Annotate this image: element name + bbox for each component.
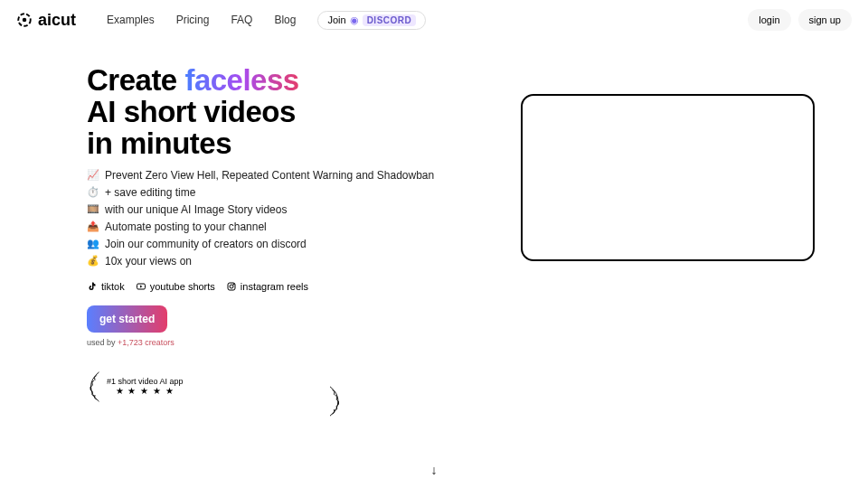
cta-section: get started <box>87 305 485 333</box>
feature-list: 📈Prevent Zero View Hell, Repeated Conten… <box>87 169 485 267</box>
svg-point-5 <box>233 284 234 285</box>
hero-right <box>521 94 815 418</box>
nav: Examples Pricing FAQ Blog Join ◉ DISCORD <box>107 11 426 30</box>
laurel-left-icon <box>87 371 103 403</box>
film-icon: 🎞️ <box>87 203 99 215</box>
get-started-button[interactable]: get started <box>87 305 167 333</box>
title-line3: in minutes <box>87 127 231 160</box>
community-icon: 👥 <box>87 238 99 249</box>
nav-pricing[interactable]: Pricing <box>176 14 210 26</box>
platform-tiktok: tiktok <box>87 281 125 292</box>
nav-blog[interactable]: Blog <box>274 14 296 26</box>
feature-item: 👥Join our community of creators on disco… <box>87 238 485 250</box>
svg-point-4 <box>230 285 233 288</box>
used-by-text: used by +1,723 creators <box>87 338 485 347</box>
award-badge: #1 short video AI app ★ ★ ★ ★ ★ <box>87 356 485 418</box>
platform-youtube: youtube shorts <box>136 281 215 292</box>
feature-item: 🎞️with our unique AI Image Story videos <box>87 203 485 216</box>
platform-instagram: instagram reels <box>226 281 308 292</box>
discord-icon: ◉ <box>350 14 359 26</box>
feature-item: ⏱️+ save editing time <box>87 186 485 199</box>
scroll-down-arrow[interactable]: ↓ <box>0 463 868 477</box>
badge-text: #1 short video AI app ★ ★ ★ ★ ★ <box>107 377 184 396</box>
arrow-down-icon: ↓ <box>431 463 438 477</box>
stopwatch-icon: ⏱️ <box>87 186 99 198</box>
badge-title: #1 short video AI app <box>107 377 184 386</box>
logo-text: aicut <box>38 11 76 30</box>
logo[interactable]: aicut <box>16 11 76 30</box>
youtube-icon <box>136 281 146 292</box>
logo-icon <box>16 12 33 28</box>
tiktok-icon <box>87 281 98 292</box>
title-line2: AI short videos <box>87 95 296 128</box>
header: aicut Examples Pricing FAQ Blog Join ◉ D… <box>0 0 868 40</box>
title-gradient-word: faceless <box>184 63 298 97</box>
outbox-icon: 📤 <box>87 221 99 232</box>
laurel-right-icon <box>187 385 481 418</box>
used-by-count: +1,723 creators <box>118 338 175 347</box>
chart-icon: 📈 <box>87 169 99 181</box>
main: Create faceless AI short videos in minut… <box>0 40 868 418</box>
feature-item: 💰10x your views on <box>87 255 485 267</box>
nav-examples[interactable]: Examples <box>107 14 155 26</box>
login-button[interactable]: login <box>748 9 790 31</box>
join-discord-button[interactable]: Join ◉ DISCORD <box>317 11 426 30</box>
hero-title: Create faceless AI short videos in minut… <box>87 65 485 160</box>
title-line1a: Create <box>87 63 184 97</box>
hero-left: Create faceless AI short videos in minut… <box>87 65 485 418</box>
badge-stars: ★ ★ ★ ★ ★ <box>107 386 184 396</box>
instagram-icon <box>226 281 237 292</box>
join-label: Join <box>327 14 345 25</box>
signup-button[interactable]: sign up <box>798 9 852 31</box>
platforms: tiktok youtube shorts instagram reels <box>87 281 485 292</box>
svg-point-1 <box>23 18 27 23</box>
auth-buttons: login sign up <box>748 9 852 31</box>
nav-faq[interactable]: FAQ <box>231 14 252 26</box>
money-icon: 💰 <box>87 255 99 267</box>
feature-item: 📈Prevent Zero View Hell, Repeated Conten… <box>87 169 485 182</box>
feature-item: 📤Automate posting to your channel <box>87 221 485 233</box>
discord-badge: DISCORD <box>363 14 417 26</box>
video-preview-box[interactable] <box>521 94 815 261</box>
